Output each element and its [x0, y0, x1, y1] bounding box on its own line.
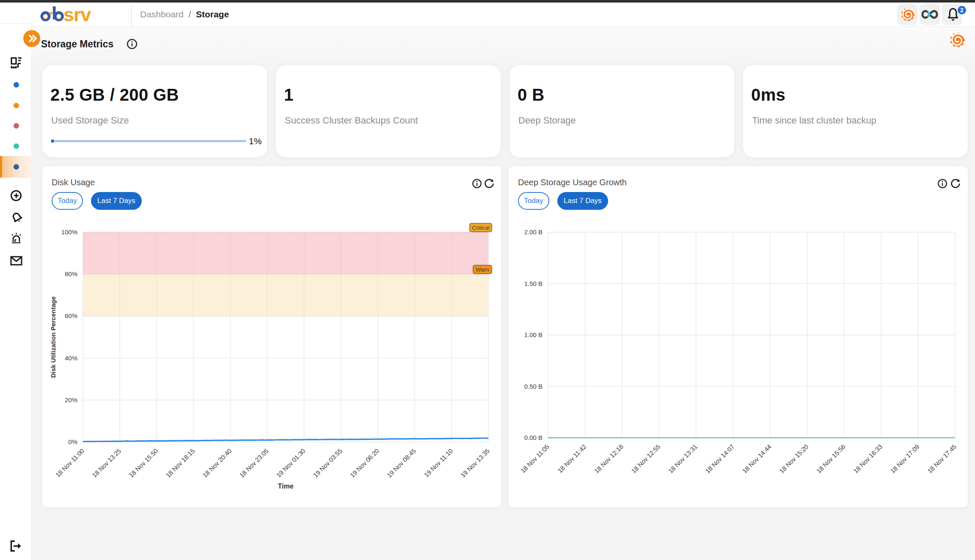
- svg-text:19 Nov 03:55: 19 Nov 03:55: [312, 447, 344, 479]
- svg-text:18 Nov 20:40: 18 Nov 20:40: [201, 447, 233, 479]
- svg-text:0.00 B: 0.00 B: [524, 434, 543, 441]
- svg-text:Critical: Critical: [472, 225, 489, 231]
- svg-text:40%: 40%: [65, 354, 77, 362]
- svg-text:18 Nov 11:00: 18 Nov 11:00: [54, 447, 85, 478]
- svg-text:19 Nov 08:45: 19 Nov 08:45: [386, 447, 417, 479]
- svg-text:19 Nov 01:30: 19 Nov 01:30: [275, 447, 307, 479]
- svg-text:0%: 0%: [68, 438, 77, 445]
- svg-text:Disk Utilization Percentage: Disk Utilization Percentage: [50, 296, 57, 378]
- svg-text:19 Nov 11:10: 19 Nov 11:10: [423, 447, 454, 478]
- svg-text:19 Nov 06:20: 19 Nov 06:20: [349, 447, 380, 479]
- svg-text:18 Nov 14:07: 18 Nov 14:07: [704, 443, 735, 475]
- svg-text:18 Nov 18:15: 18 Nov 18:15: [164, 447, 196, 479]
- svg-text:18 Nov 17:09: 18 Nov 17:09: [889, 443, 921, 475]
- svg-text:18 Nov 17:45: 18 Nov 17:45: [926, 443, 958, 475]
- svg-text:18 Nov 15:20: 18 Nov 15:20: [778, 443, 810, 475]
- svg-text:srv: srv: [63, 4, 91, 25]
- svg-text:18 Nov 13:31: 18 Nov 13:31: [667, 443, 699, 475]
- svg-text:18 Nov 12:18: 18 Nov 12:18: [593, 443, 625, 475]
- svg-text:20%: 20%: [65, 396, 77, 404]
- svg-text:Warn: Warn: [476, 266, 489, 273]
- svg-text:18 Nov 13:25: 18 Nov 13:25: [91, 447, 122, 479]
- svg-text:18 Nov 15:56: 18 Nov 15:56: [815, 443, 847, 475]
- svg-text:18 Nov 15:50: 18 Nov 15:50: [127, 447, 159, 479]
- svg-text:18 Nov 23:05: 18 Nov 23:05: [238, 447, 270, 479]
- svg-text:18 Nov 11:05: 18 Nov 11:05: [519, 443, 551, 474]
- svg-text:1.50 B: 1.50 B: [524, 280, 543, 287]
- svg-text:18 Nov 12:55: 18 Nov 12:55: [630, 443, 661, 475]
- svg-text:Time: Time: [278, 483, 293, 490]
- svg-text:18 Nov 11:42: 18 Nov 11:42: [556, 443, 587, 474]
- svg-text:18 Nov 16:33: 18 Nov 16:33: [852, 443, 884, 475]
- svg-text:1.00 B: 1.00 B: [524, 331, 543, 338]
- svg-text:19 Nov 13:35: 19 Nov 13:35: [459, 447, 491, 479]
- svg-text:100%: 100%: [61, 228, 77, 236]
- svg-text:60%: 60%: [65, 312, 77, 319]
- svg-text:80%: 80%: [65, 270, 77, 277]
- svg-text:2.00 B: 2.00 B: [524, 228, 543, 236]
- svg-text:0.50 B: 0.50 B: [524, 383, 543, 390]
- svg-text:18 Nov 14:44: 18 Nov 14:44: [741, 443, 773, 475]
